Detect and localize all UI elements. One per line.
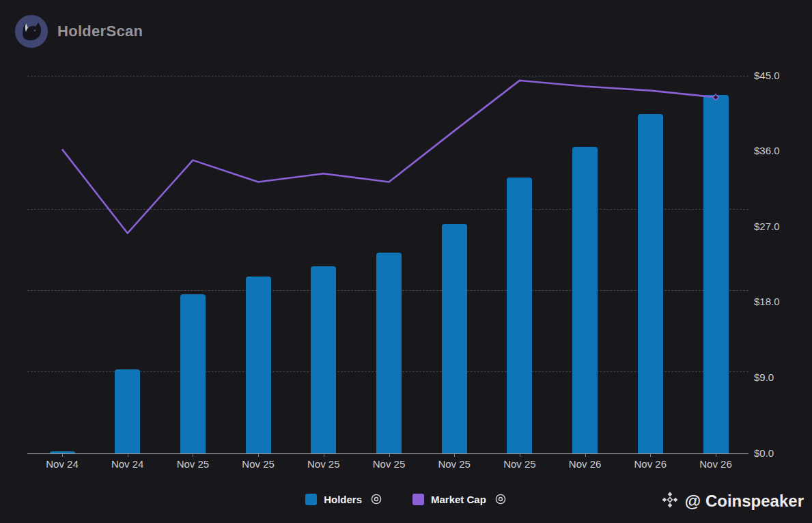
chart-canvas: $45.0$36.0$27.0$18.0$9.0$0.0Nov 24Nov 24… [0, 0, 812, 523]
credit-text: @ Coinspeaker [685, 492, 804, 511]
eye-icon[interactable] [494, 493, 507, 505]
holderscan-chart-page: HolderScan $45.0$36.0$27.0$18.0$9.0$0.0N… [0, 0, 812, 523]
market-cap-swatch [412, 494, 424, 505]
credit: @ Coinspeaker [661, 491, 804, 511]
eye-icon[interactable] [370, 493, 382, 505]
line-end-marker [713, 94, 718, 100]
holders-swatch [305, 494, 317, 505]
legend-item-market-cap[interactable]: Market Cap [412, 493, 507, 505]
binance-diamond-icon [661, 491, 679, 511]
legend-label-market-cap: Market Cap [431, 494, 486, 505]
legend-item-holders[interactable]: Holders [305, 493, 382, 505]
market-cap-line[interactable] [0, 0, 812, 523]
legend-label-holders: Holders [324, 494, 362, 505]
